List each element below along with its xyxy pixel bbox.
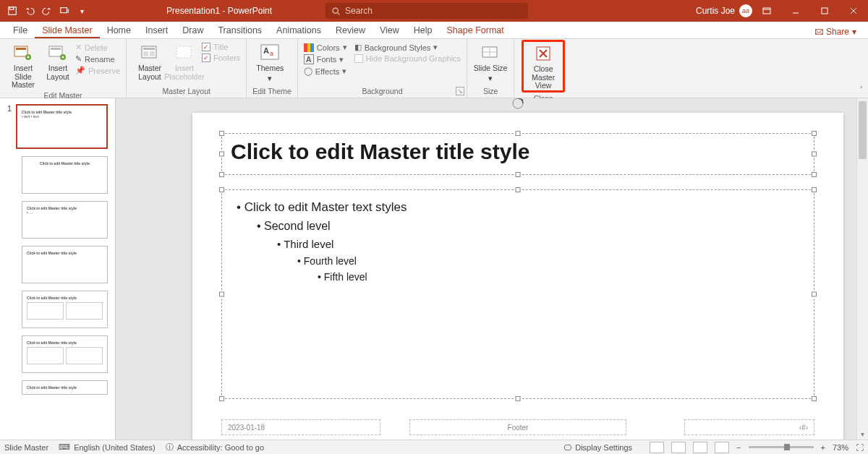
tab-review[interactable]: Review [328, 23, 373, 38]
tab-slide-master[interactable]: Slide Master [35, 23, 99, 38]
resize-handle[interactable] [219, 292, 224, 297]
tab-help[interactable]: Help [407, 23, 440, 38]
resize-handle[interactable] [812, 131, 817, 136]
resize-handle[interactable] [516, 172, 521, 177]
layout-thumbnail[interactable]: Click to edit Master title style• … [22, 201, 108, 239]
save-icon[interactable] [4, 3, 20, 19]
tab-home[interactable]: Home [100, 23, 138, 38]
tab-view[interactable]: View [373, 23, 407, 38]
minimize-button[interactable] [781, 0, 810, 22]
date-placeholder[interactable]: 2023-01-18 [221, 419, 380, 435]
qat-more-icon[interactable]: ▾ [74, 3, 90, 19]
slide-sorter-view-button[interactable] [671, 442, 686, 453]
tab-insert[interactable]: Insert [138, 23, 175, 38]
scrollbar-thumb[interactable] [859, 101, 867, 159]
layout-thumbnail[interactable]: Click to edit Master title style [22, 335, 108, 373]
insert-layout-button[interactable]: Insert Layout [41, 41, 75, 81]
display-settings-button[interactable]: 🖵Display Settings [563, 443, 632, 452]
window-title: Presentation1 - PowerPoint [166, 6, 272, 16]
close-button[interactable] [839, 0, 868, 22]
status-mode[interactable]: Slide Master [4, 443, 48, 452]
vertical-scrollbar[interactable]: ▴ ▾ [856, 98, 868, 440]
tab-shape-format[interactable]: Shape Format [440, 23, 511, 38]
fit-to-window-button[interactable]: ⛶ [856, 443, 864, 452]
resize-handle[interactable] [219, 172, 224, 177]
resize-handle[interactable] [516, 396, 521, 401]
layout-thumbnail[interactable]: Click to edit Master title style [22, 291, 108, 328]
rename-button[interactable]: ✎Rename [75, 54, 120, 64]
group-size: Slide Size ▾ Size [467, 39, 514, 98]
layout-thumbnail[interactable]: Click to edit Master title style [22, 380, 108, 395]
zoom-out-button[interactable]: − [736, 443, 741, 452]
tab-animations[interactable]: Animations [269, 23, 328, 38]
redo-icon[interactable] [39, 3, 55, 19]
zoom-slider-knob[interactable] [784, 444, 790, 450]
svg-point-3 [333, 8, 338, 13]
scroll-down-icon[interactable]: ▾ [857, 428, 868, 440]
resize-handle[interactable] [219, 152, 224, 157]
slide-number-placeholder[interactable]: ‹#› [684, 419, 814, 435]
status-accessibility[interactable]: ⓘAccessibility: Good to go [166, 442, 264, 453]
rotate-handle-icon[interactable] [511, 98, 524, 113]
colors-button[interactable]: Colors ▾ [304, 43, 347, 52]
normal-view-button[interactable] [650, 442, 664, 453]
close-master-view-button[interactable]: Close Master View [522, 40, 565, 93]
user-account[interactable]: Curtis Joe aa [696, 4, 752, 17]
slideshow-view-button[interactable] [715, 442, 729, 453]
background-styles-button[interactable]: ◧Background Styles ▾ [354, 43, 461, 52]
svg-rect-4 [763, 8, 770, 14]
resize-handle[interactable] [812, 292, 817, 297]
themes-button[interactable]: Aa Themes ▾ [252, 41, 287, 82]
master-thumbnail[interactable]: Click to edit Master title style • text … [16, 104, 108, 149]
resize-handle[interactable] [516, 187, 521, 192]
resize-handle[interactable] [812, 396, 817, 401]
tab-file[interactable]: File [6, 23, 35, 38]
layout-thumbnail[interactable]: Click to edit Master title style [22, 156, 108, 194]
search-placeholder: Search [345, 6, 373, 16]
reading-view-button[interactable] [693, 442, 707, 453]
status-language[interactable]: ⌨English (United States) [59, 442, 156, 452]
resize-handle[interactable] [812, 172, 817, 177]
insert-slide-master-button[interactable]: Insert Slide Master [6, 41, 41, 90]
search-box[interactable]: Search [326, 3, 528, 19]
resize-handle[interactable] [812, 152, 817, 157]
tab-draw[interactable]: Draw [175, 23, 210, 38]
svg-rect-2 [61, 8, 67, 13]
slide-size-button[interactable]: Slide Size ▾ [473, 41, 508, 82]
effects-button[interactable]: ◯Effects ▾ [304, 67, 347, 76]
svg-text:a: a [270, 50, 273, 57]
svg-rect-14 [143, 51, 148, 56]
title-text[interactable]: Click to edit Master title style [222, 134, 814, 170]
master-layout-button[interactable]: Master Layout [132, 41, 167, 81]
share-button[interactable]: 🖂 Share ▾ [809, 25, 862, 38]
svg-rect-7 [16, 48, 26, 50]
ribbon-display-options-icon[interactable] [752, 0, 781, 22]
quick-access-toolbar: ▾ [0, 3, 94, 19]
group-label: Edit Theme [252, 85, 292, 98]
zoom-slider[interactable] [749, 446, 814, 448]
zoom-level[interactable]: 73% [833, 443, 848, 452]
footer-placeholder[interactable]: Footer [409, 419, 626, 435]
start-from-beginning-icon[interactable] [56, 3, 72, 19]
resize-handle[interactable] [219, 396, 224, 401]
title-placeholder[interactable]: Click to edit Master title style [221, 133, 814, 175]
fonts-button[interactable]: AFonts ▾ [304, 54, 347, 64]
maximize-button[interactable] [810, 0, 839, 22]
resize-handle[interactable] [516, 131, 521, 136]
group-label: Background [304, 85, 461, 98]
rename-icon: ✎ [75, 54, 82, 64]
user-name: Curtis Joe [696, 6, 735, 16]
background-dialog-launcher[interactable]: ↘ [456, 87, 464, 95]
body-text[interactable]: Click to edit Master text styles Second … [222, 190, 814, 293]
resize-handle[interactable] [219, 187, 224, 192]
collapse-ribbon-icon[interactable]: ˄ [859, 85, 864, 95]
undo-icon[interactable] [22, 3, 38, 19]
body-placeholder[interactable]: Click to edit Master text styles Second … [221, 189, 814, 399]
thumbnail-pane[interactable]: 1 Click to edit Master title style • tex… [0, 98, 116, 440]
layout-thumbnail[interactable]: Click to edit Master title style [22, 246, 108, 283]
resize-handle[interactable] [812, 187, 817, 192]
resize-handle[interactable] [219, 131, 224, 136]
zoom-in-button[interactable]: + [821, 443, 825, 452]
tab-transitions[interactable]: Transitions [210, 23, 269, 38]
slide-canvas[interactable]: Click to edit Master title style Click t… [192, 113, 843, 440]
